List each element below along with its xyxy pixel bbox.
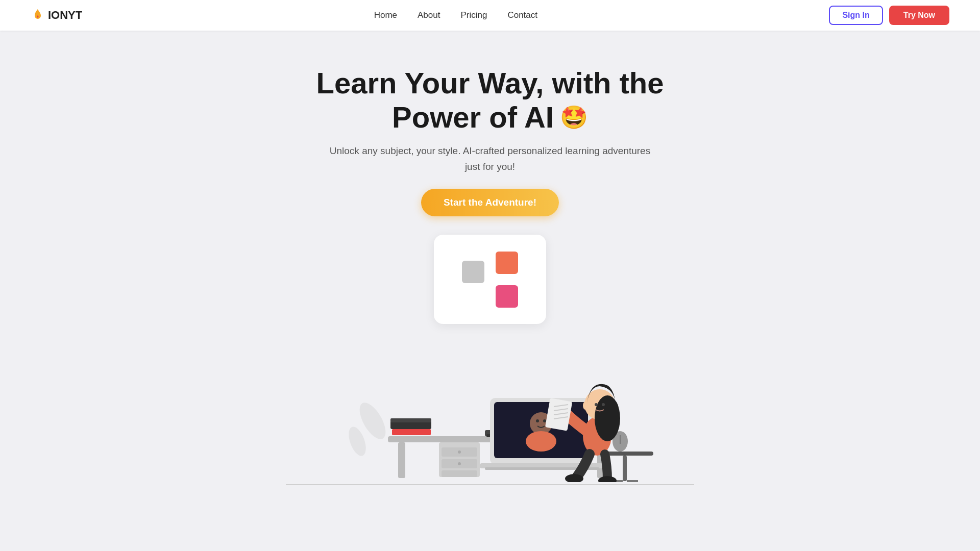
svg-point-9 xyxy=(458,462,461,465)
hero-title-line2: Power of AI 🤩 xyxy=(316,101,664,135)
shape-gray xyxy=(462,261,484,283)
logo[interactable]: IONYT xyxy=(31,8,82,22)
svg-point-39 xyxy=(595,395,620,441)
nav-actions: Sign In Try Now xyxy=(829,6,949,25)
nav-links: Home About Pricing Contact xyxy=(374,10,537,20)
svg-rect-13 xyxy=(390,418,431,422)
hero-title-line1: Learn Your Way, with the xyxy=(316,66,664,101)
ground-line xyxy=(286,484,694,485)
nav-item-pricing[interactable]: Pricing xyxy=(460,10,487,20)
flame-icon xyxy=(31,8,45,22)
illustration-wrapper xyxy=(311,319,669,484)
nav-item-home[interactable]: Home xyxy=(374,10,397,20)
navbar: IONYT Home About Pricing Contact Sign In… xyxy=(0,0,980,31)
star-emoji-icon: 🤩 xyxy=(560,105,588,131)
hero-subtitle: Unlock any subject, your style. AI-craft… xyxy=(324,143,656,174)
signin-button[interactable]: Sign In xyxy=(829,6,883,25)
svg-rect-10 xyxy=(442,470,477,477)
illustration-svg xyxy=(311,319,669,482)
card-shapes xyxy=(462,252,518,308)
nav-item-contact[interactable]: Contact xyxy=(507,10,537,20)
floating-card xyxy=(434,235,546,324)
svg-point-1 xyxy=(346,424,370,458)
shape-pink xyxy=(496,285,518,308)
svg-point-7 xyxy=(458,450,461,454)
svg-rect-26 xyxy=(607,452,653,456)
logo-text: IONYT xyxy=(48,9,82,22)
svg-rect-27 xyxy=(623,456,627,481)
svg-point-41 xyxy=(602,403,605,406)
nav-item-about[interactable]: About xyxy=(418,10,440,20)
svg-point-19 xyxy=(526,431,556,452)
hero-section: Learn Your Way, with the Power of AI 🤩 U… xyxy=(0,31,980,485)
hero-title: Learn Your Way, with the Power of AI 🤩 xyxy=(316,66,664,134)
svg-rect-3 xyxy=(398,442,405,478)
svg-point-21 xyxy=(543,419,546,422)
trynow-button[interactable]: Try Now xyxy=(889,6,949,25)
shape-orange xyxy=(496,252,518,274)
svg-rect-12 xyxy=(392,429,431,435)
adventure-button[interactable]: Start the Adventure! xyxy=(421,189,559,216)
svg-point-40 xyxy=(595,403,598,406)
svg-point-20 xyxy=(536,419,539,422)
svg-point-42 xyxy=(583,402,588,410)
